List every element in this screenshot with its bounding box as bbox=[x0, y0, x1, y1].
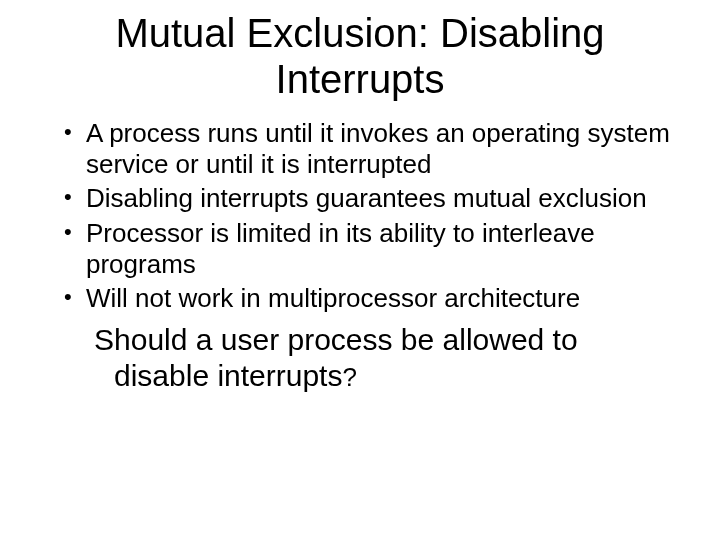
question-mark: ? bbox=[342, 362, 356, 392]
list-item: Disabling interrupts guarantees mutual e… bbox=[64, 183, 690, 214]
list-item: Processor is limited in its ability to i… bbox=[64, 218, 690, 279]
slide: Mutual Exclusion: Disabling Interrupts A… bbox=[0, 0, 720, 540]
list-item: Will not work in multiprocessor architec… bbox=[64, 283, 690, 314]
question-body: Should a user process be allowed to disa… bbox=[94, 323, 578, 392]
question-text: Should a user process be allowed to disa… bbox=[94, 322, 650, 394]
list-item: A process runs until it invokes an opera… bbox=[64, 118, 690, 179]
bullet-list: A process runs until it invokes an opera… bbox=[30, 118, 690, 314]
slide-title: Mutual Exclusion: Disabling Interrupts bbox=[70, 10, 650, 102]
